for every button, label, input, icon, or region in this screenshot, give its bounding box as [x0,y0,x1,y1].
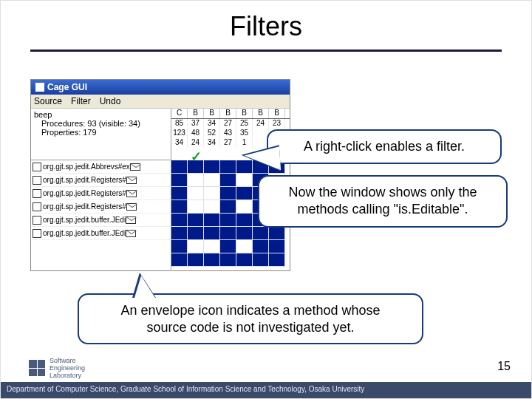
grid-number-cell: 25 [236,119,253,129]
grid-number-cell: 24 [253,119,269,129]
list-item-label: org.gjt.sp.jedit.buffer.JEdi [43,229,126,237]
callout-is-editable: Now the window shows only the methods ca… [258,175,508,228]
matrix-cell[interactable] [188,227,204,240]
envelope-icon [126,216,136,224]
grid-number-cell: 27 [220,138,236,148]
checkbox-icon[interactable] [33,163,41,171]
matrix-cell[interactable] [204,214,220,227]
menu-bar: Source Filter Undo [31,95,290,109]
matrix-cell[interactable] [188,214,204,227]
matrix-cell[interactable] [220,240,236,253]
grid-number-cell: 52 [204,129,220,138]
matrix-cell[interactable] [253,240,269,253]
logo-text-2: Engineering [50,364,85,372]
matrix-cell[interactable] [220,200,236,214]
list-item[interactable]: org.gjt.sp.jedit.Abbrevs#ex [31,160,171,174]
checkbox-icon[interactable] [33,229,41,238]
list-item[interactable]: org.gjt.sp.jedit.Registers# [31,200,171,214]
callout-2-line1: Now the window shows only the [288,185,477,200]
matrix-cell[interactable] [220,253,236,267]
grid-number-cell: 85 [171,119,188,129]
matrix-cell[interactable] [188,160,204,174]
grid-number-cell: 34 [204,138,220,148]
matrix-cell[interactable] [188,174,204,187]
matrix-cell[interactable] [204,160,220,174]
matrix-cell[interactable] [253,227,269,240]
grid-number-cell: 34 [171,138,188,148]
callout-3-line1: An envelope icon indicates a method whos… [120,303,380,318]
tree-view: beep Procedures: 93 (visible: 34) Proper… [31,109,171,160]
matrix-cell[interactable] [236,187,253,200]
grid-col-header: B [253,109,269,118]
checkbox-icon[interactable] [33,216,41,225]
matrix-cell[interactable] [171,174,188,187]
matrix-cell[interactable] [220,160,236,174]
matrix-cell[interactable] [220,174,236,187]
matrix-cell[interactable] [171,253,188,267]
matrix-cell[interactable] [236,253,253,267]
matrix-cell[interactable] [236,214,253,227]
grid-number-cell: 37 [188,119,204,129]
list-item[interactable]: org.gjt.sp.jedit.buffer.JEdi [31,227,171,240]
callout-right-click: A right-click enables a filter. [267,129,502,164]
matrix-cell[interactable] [236,240,253,253]
menu-filter[interactable]: Filter [71,96,91,106]
matrix-cell[interactable] [204,253,220,267]
menu-source[interactable]: Source [34,96,62,106]
window-title-text: Cage GUI [47,82,87,92]
matrix-cell[interactable] [188,200,204,214]
tree-procedures[interactable]: Procedures: 93 (visible: 34) [34,119,168,128]
matrix-cell[interactable] [236,200,253,214]
matrix-cell[interactable] [171,187,188,200]
matrix-cell[interactable] [236,227,253,240]
matrix-cell[interactable] [269,240,285,253]
checkbox-icon[interactable] [33,202,41,211]
grid-number-cell: 27 [220,119,236,129]
matrix-cell[interactable] [204,200,220,214]
grid-number-cell: 23 [269,119,285,129]
window-sysicon [35,83,44,92]
tree-properties[interactable]: Properties: 179 [34,128,168,137]
checkbox-icon[interactable] [33,176,41,185]
logo-mark-icon [29,360,45,376]
grid-number-cell: 24 [188,138,204,148]
matrix-cell[interactable] [204,174,220,187]
grid-col-header: B [220,109,236,118]
matrix-cell[interactable] [220,227,236,240]
matrix-cell[interactable] [171,160,188,174]
matrix-cell[interactable] [269,227,285,240]
envelope-icon [126,190,137,197]
envelope-icon [126,177,137,184]
list-item[interactable]: org.gjt.sp.jedit.buffer.JEdi [31,214,171,227]
grid-header: CBBBBBB [171,109,290,119]
grid-number-row: 85373427252423 [171,119,290,129]
matrix-cell[interactable] [188,187,204,200]
list-item-label: org.gjt.sp.jedit.buffer.JEdi [43,216,126,224]
list-item[interactable]: org.gjt.sp.jedit.Registers# [31,187,171,200]
logo-text-1: Software [50,357,85,364]
menu-undo[interactable]: Undo [100,96,121,106]
matrix-cell[interactable] [171,240,188,253]
matrix-cell[interactable] [269,253,285,267]
matrix-cell[interactable] [171,200,188,214]
matrix-cell[interactable] [188,253,204,267]
matrix-cell[interactable] [171,227,188,240]
tree-root[interactable]: beep [34,110,168,119]
lab-logo: Software Engineering Laboratory [29,357,85,379]
matrix-cell[interactable] [236,174,253,187]
checkbox-icon[interactable] [33,189,41,198]
list-item[interactable]: org.gjt.sp.jedit.Registers# [31,174,171,187]
matrix-cell[interactable] [171,214,188,227]
matrix-cell[interactable] [204,187,220,200]
envelope-icon [126,203,137,211]
grid-number-cell: 35 [236,129,253,138]
matrix-cell[interactable] [204,240,220,253]
grid-number-cell: 123 [171,129,188,138]
matrix-cell[interactable] [220,187,236,200]
matrix-cell[interactable] [253,253,269,267]
envelope-icon [130,163,140,171]
matrix-cell[interactable] [188,240,204,253]
matrix-cell[interactable] [204,227,220,240]
matrix-cell[interactable] [220,214,236,227]
callout-1-text: A right-click enables a filter. [304,139,465,154]
